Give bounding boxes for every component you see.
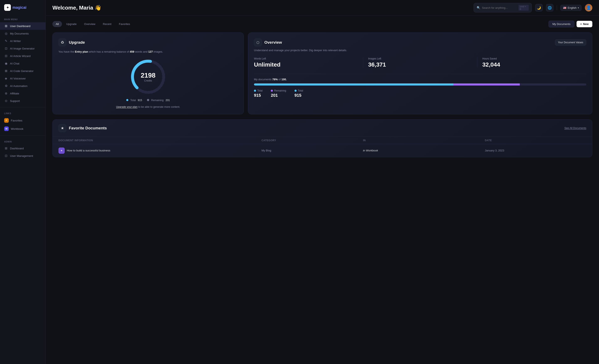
sidebar-item-ai-chat[interactable]: ◉ AI Chat: [0, 60, 45, 67]
doc-type-icon: ✦: [58, 147, 65, 154]
col-document-info: Document Information: [58, 139, 261, 142]
total-dot: [126, 99, 128, 101]
tab-all[interactable]: All: [53, 21, 62, 27]
doc-name-cell: ✦ How to build a successful business: [58, 147, 261, 154]
sidebar-item-ai-automation[interactable]: ⚙ AI Automation: [0, 82, 45, 90]
filter-tabs: All Upgrade Overview Recent Favorites My…: [53, 21, 592, 27]
chat-icon: ◉: [4, 62, 8, 65]
doc-values-button[interactable]: Your Document Values: [555, 39, 586, 45]
progress-fill-remaining: [453, 83, 520, 86]
logo[interactable]: ✦ magicai: [0, 0, 45, 16]
user-mgmt-icon: ⊡: [4, 154, 8, 158]
avatar[interactable]: 👤: [585, 4, 592, 11]
progress-legend: Total 915 Remaining 201: [254, 89, 586, 98]
globe-icon-btn[interactable]: 🌐: [546, 4, 554, 11]
table-row[interactable]: ✦ How to build a successful business My …: [53, 144, 592, 157]
dashboard-icon: ⊞: [4, 24, 8, 28]
sidebar-item-favorites[interactable]: F Favorites: [0, 116, 45, 124]
col-in: In: [363, 139, 485, 142]
upgrade-title: Upgrade: [69, 40, 85, 45]
upgrade-card: ♻ Upgrade You have the Entry plan which …: [53, 32, 244, 114]
automation-icon: ⚙: [4, 84, 8, 88]
doc-category: My Blog: [261, 149, 363, 152]
voiceover-icon: ◈: [4, 77, 8, 80]
plan-description: You have the Entry plan which has a rema…: [58, 50, 238, 54]
prog-stat-total-2: Total 915: [294, 89, 303, 98]
col-date: Date: [485, 139, 586, 142]
header: Welcome, Maria 👋 🔍 cmd + E 🌙 🌐 🇺🇸 Englis…: [46, 0, 599, 16]
overview-header: ⬡ Overview Your Document Values: [254, 38, 586, 46]
stat-hours-saved: Hours Saved 32,044: [477, 57, 586, 68]
upgrade-card-header: ♻ Upgrade: [58, 38, 238, 46]
affiliate-icon: ⊛: [4, 91, 8, 95]
credit-display: 2198 Credits: [141, 71, 155, 82]
sidebar-item-ai-writer[interactable]: ✎ AI Writer: [0, 37, 45, 45]
sidebar-item-ai-image-generator[interactable]: ⊡ AI Image Generator: [0, 45, 45, 52]
admin-dashboard-icon: ⊞: [4, 146, 8, 150]
see-all-documents-link[interactable]: See All Documents: [564, 127, 586, 130]
doc-progress-label: My documents 78% of 100.: [254, 78, 586, 81]
sidebar-item-ai-voiceover[interactable]: ◈ AI Voiceover: [0, 75, 45, 82]
progress-fill-total: [254, 83, 453, 86]
prog-stat-total-1: Total 915: [254, 89, 263, 98]
stats-row: Words Left Unlimited Images Left 36,371 …: [254, 57, 586, 68]
sidebar-divider-2: [0, 135, 45, 136]
tab-upgrade[interactable]: Upgrade: [63, 21, 80, 27]
overview-icon: ⬡: [254, 38, 262, 46]
search-input[interactable]: [482, 6, 517, 9]
favorites-badge: F: [4, 118, 9, 123]
favorite-docs-card: ★ Favorite Documents See All Documents D…: [53, 119, 592, 157]
doc-name: How to build a successful business: [67, 149, 110, 152]
support-icon: ⊙: [4, 99, 8, 103]
cyan-dot-1: [254, 90, 256, 92]
fav-docs-title-group: ★ Favorite Documents: [58, 124, 107, 132]
sidebar-item-workbook[interactable]: W Workbook: [0, 124, 45, 133]
writer-icon: ✎: [4, 39, 8, 43]
plus-icon: +: [580, 22, 582, 26]
progress-bar: [254, 83, 586, 86]
sidebar-item-support[interactable]: ⊙ Support: [0, 97, 45, 105]
sidebar-item-my-documents[interactable]: ◎ My Documents: [0, 30, 45, 37]
circular-progress: // This will be rendered via the inline …: [58, 58, 238, 96]
sidebar-item-user-dashboard[interactable]: ⊞ User Dashboard: [0, 22, 45, 30]
sidebar-item-admin-dashboard[interactable]: ⊞ Dashboard: [0, 145, 45, 152]
language-selector[interactable]: 🇺🇸 English ▾: [560, 5, 581, 11]
sidebar-item-user-management[interactable]: ⊡ User Management: [0, 152, 45, 160]
flag-icon: 🇺🇸: [563, 6, 566, 9]
total-legend: Total 915: [126, 99, 142, 102]
main-content: Welcome, Maria 👋 🔍 cmd + E 🌙 🌐 🇺🇸 Englis…: [46, 0, 599, 364]
new-button[interactable]: + New: [577, 21, 592, 27]
my-documents-button[interactable]: My Documents: [548, 21, 574, 27]
links-label: LINKS: [0, 110, 45, 116]
header-divider: [557, 5, 557, 10]
credits-legend: Total 915 Remaining 201: [58, 99, 238, 102]
main-menu-label: MAIN MENU: [0, 16, 45, 22]
overview-card-header: ⬡ Overview: [254, 38, 282, 46]
dark-mode-toggle[interactable]: 🌙: [535, 4, 543, 11]
overview-card: ⬡ Overview Your Document Values Understa…: [248, 32, 592, 114]
tab-recent[interactable]: Recent: [100, 21, 115, 27]
upgrade-your-plan-link[interactable]: Upgrade your plan: [116, 106, 138, 108]
sidebar-item-ai-code-generator[interactable]: ⊠ AI Code Generator: [0, 67, 45, 75]
cyan-dot-2: [294, 90, 297, 92]
search-bar[interactable]: 🔍 cmd + E: [474, 3, 532, 12]
language-label: English: [568, 6, 577, 9]
table-header: Document Information Category In Date: [53, 137, 592, 144]
stat-images-left: Images Left 36,371: [363, 57, 477, 68]
upgrade-icon: ♻: [58, 38, 66, 46]
sidebar-item-affiliate[interactable]: ⊛ Affiliate: [0, 90, 45, 97]
remaining-legend: Remaining 201: [147, 99, 170, 102]
image-gen-icon: ⊡: [4, 47, 8, 50]
page-title: Welcome, Maria 👋: [53, 5, 101, 11]
fav-docs-title: Favorite Documents: [69, 126, 107, 130]
chevron-down-icon: ▾: [578, 7, 579, 9]
workbook-badge: W: [4, 126, 9, 131]
sidebar-item-ai-article-wizard[interactable]: ⊟ AI Article Wizard: [0, 52, 45, 60]
tab-overview[interactable]: Overview: [81, 21, 99, 27]
article-icon: ⊟: [4, 54, 8, 58]
search-icon: 🔍: [477, 6, 480, 9]
fav-docs-header: ★ Favorite Documents See All Documents: [53, 120, 592, 137]
prog-stat-remaining: Remaining 201: [271, 89, 286, 98]
tab-favorites[interactable]: Favorites: [116, 21, 133, 27]
cards-grid: ♻ Upgrade You have the Entry plan which …: [53, 32, 592, 114]
